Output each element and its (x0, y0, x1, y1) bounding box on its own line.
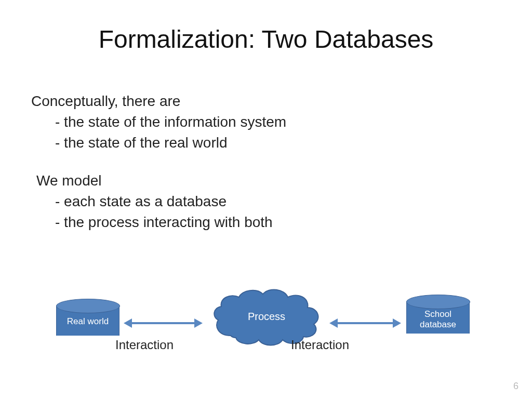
arrow-caption-left: Interaction (115, 338, 174, 352)
arrow-caption-right: Interaction (291, 338, 349, 352)
slide-body: Conceptually, there are - the state of t… (31, 91, 488, 233)
body-bullet-4: - the process interacting with both (55, 212, 488, 232)
cloud-label: Process (207, 311, 326, 323)
double-arrow-right (337, 322, 394, 324)
double-arrow-left (131, 322, 195, 324)
body-bullet-1: - the state of the information system (55, 112, 488, 132)
cylinder-top-ellipse (56, 299, 120, 313)
slide-title: Formalization: Two Databases (0, 25, 532, 54)
body-lead-1: Conceptually, there are (31, 91, 488, 111)
body-gap (31, 153, 488, 171)
page-number: 6 (513, 381, 518, 392)
body-bullet-3: - each state as a database (55, 192, 488, 211)
cylinder-barrel: Real world (56, 305, 119, 336)
diagram: Real world Interaction Process Interacti… (0, 275, 532, 379)
cylinder-real-world: Real world (56, 305, 118, 336)
cylinder-label-left: Real world (57, 316, 119, 327)
cylinder-barrel: Schooldatabase (406, 301, 470, 334)
cylinder-bottom-ellipse (56, 328, 120, 342)
cylinder-school-database: Schooldatabase (406, 301, 469, 334)
cylinder-top-ellipse (406, 295, 470, 309)
cylinder-label-right: Schooldatabase (407, 309, 469, 329)
body-lead-2: We model (36, 171, 488, 191)
body-bullet-2: - the state of the real world (55, 133, 488, 153)
slide: Formalization: Two Databases Conceptuall… (0, 0, 532, 399)
